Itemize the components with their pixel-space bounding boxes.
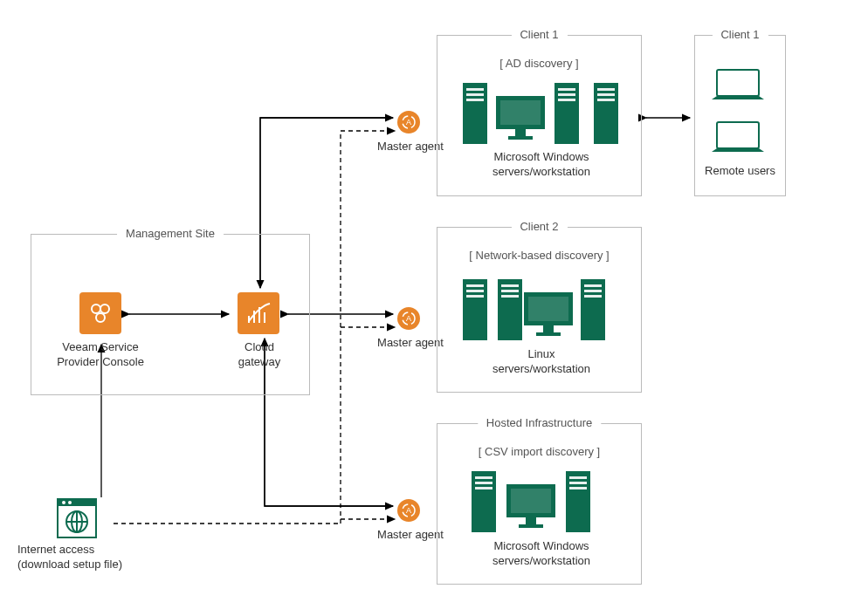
hosted-title: Hosted Infrastructure (478, 416, 601, 429)
svg-point-27 (96, 313, 105, 322)
master-agent-label-1: Master agent (375, 140, 445, 154)
management-site-title: Management Site (117, 227, 224, 240)
master-agent-icon-3: A (397, 499, 420, 522)
client1-title: Client 1 (511, 28, 567, 41)
vspc-icon (79, 292, 121, 334)
client1-discovery: [ AD discovery ] (437, 57, 642, 72)
client2-label: Linux servers/workstation (454, 347, 629, 377)
remote-title: Client 1 (712, 28, 768, 41)
svg-point-25 (92, 305, 100, 313)
master-agent-icon-1: A (397, 111, 420, 133)
cloud-gateway-icon (238, 292, 279, 334)
client2-discovery: [ Network-based discovery ] (437, 249, 642, 264)
cloud-gateway-label: Cloud gateway (220, 340, 299, 370)
vspc-label: Veeam Service Provider Console (52, 340, 148, 370)
svg-text:A: A (406, 314, 411, 323)
svg-point-26 (100, 305, 109, 313)
hosted-discovery: [ CSV import discovery ] (437, 445, 642, 460)
master-agent-label-3: Master agent (375, 528, 445, 543)
hosted-label: Microsoft Windows servers/workstation (454, 539, 629, 569)
master-agent-icon-2: A (397, 307, 420, 330)
remote-label: Remote users (694, 164, 786, 179)
client1-label: Microsoft Windows servers/workstation (454, 150, 629, 180)
master-agent-label-2: Master agent (375, 336, 445, 351)
client2-title: Client 2 (511, 220, 567, 233)
internet-access-label: Internet access (download setup file) (17, 543, 157, 572)
svg-text:A: A (406, 118, 411, 127)
svg-text:A: A (406, 506, 411, 515)
